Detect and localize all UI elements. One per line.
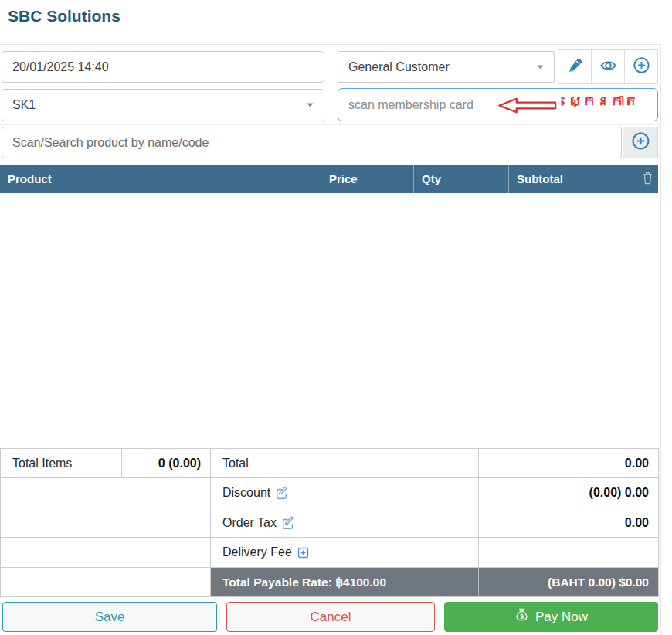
cancel-button[interactable]: Cancel [226, 602, 435, 632]
column-header-product: Product [0, 165, 321, 193]
column-header-price: Price [321, 165, 413, 193]
khmer-annotation: ស្កេនកាត [568, 93, 638, 110]
add-customer-button[interactable] [624, 49, 658, 84]
top-divider [0, 44, 661, 45]
total-payable-value: (BAHT 0.00) $0.00 [479, 568, 658, 596]
left-arrow-annotation [498, 97, 557, 117]
terminal-select[interactable]: SK1 [2, 89, 324, 121]
delivery-fee-label-text: Delivery Fee [222, 545, 292, 559]
edit-discount-button[interactable] [275, 486, 289, 500]
total-payable-label: Total Payable Rate: ฿4100.00 [211, 568, 479, 596]
customer-select[interactable]: General Customer [338, 51, 555, 83]
edit-customer-button[interactable] [558, 49, 592, 84]
right-edge-divider [660, 44, 661, 635]
total-label: Total [211, 449, 479, 478]
total-items-value: 0 (0.00) [122, 449, 211, 478]
order-tax-value: 0.00 [479, 508, 658, 538]
column-header-qty: Qty [413, 165, 508, 193]
pencil-icon [566, 57, 583, 77]
save-button-label: Save [95, 610, 125, 625]
order-tax-label: Order Tax [211, 508, 479, 538]
cart-table-header: Product Price Qty Subtotal [0, 165, 658, 193]
datetime-input[interactable] [2, 51, 324, 83]
view-customer-button[interactable] [591, 49, 625, 84]
terminal-select-value: SK1 [12, 98, 36, 112]
discount-label-text: Discount [222, 486, 270, 500]
page-title: SBC Solutions [8, 7, 120, 25]
left-empty-cell [1, 478, 211, 508]
chevron-down-icon [537, 65, 544, 70]
delivery-fee-value [479, 538, 658, 568]
totals-panel: Total Items 0 (0.00) Total 0.00 Discount… [0, 448, 659, 597]
pay-now-button-label: Pay Now [535, 610, 588, 625]
order-tax-label-text: Order Tax [222, 516, 277, 530]
add-delivery-fee-button[interactable] [297, 546, 310, 559]
section-divider [0, 124, 661, 125]
cancel-button-label: Cancel [311, 610, 351, 625]
pos-screen: SBC Solutions General Customer [0, 0, 672, 635]
left-empty-cell [1, 538, 211, 568]
product-search-input[interactable] [2, 127, 622, 158]
pay-now-button[interactable]: $ Pay Now [444, 602, 658, 632]
discount-value: (0.00) 0.00 [479, 478, 658, 508]
discount-label: Discount [211, 478, 479, 508]
customer-select-value: General Customer [348, 60, 450, 74]
eye-icon [599, 57, 617, 77]
column-header-subtotal: Subtotal [508, 165, 636, 193]
plus-circle-icon [633, 56, 650, 77]
svg-text:$: $ [520, 613, 524, 620]
total-value: 0.00 [479, 449, 658, 478]
total-items-label: Total Items [1, 449, 122, 478]
delivery-fee-label: Delivery Fee [211, 538, 479, 568]
money-bag-icon: $ [514, 607, 529, 627]
save-button[interactable]: Save [2, 602, 217, 632]
cart-empty-area [0, 193, 658, 448]
edit-order-tax-button[interactable] [281, 516, 295, 530]
left-empty-cell [1, 568, 211, 596]
plus-circle-icon [631, 131, 650, 154]
add-product-button[interactable] [623, 127, 658, 158]
left-empty-cell [1, 508, 211, 538]
trash-icon [641, 171, 654, 188]
clear-cart-button[interactable] [636, 165, 658, 193]
chevron-down-icon [307, 103, 314, 107]
